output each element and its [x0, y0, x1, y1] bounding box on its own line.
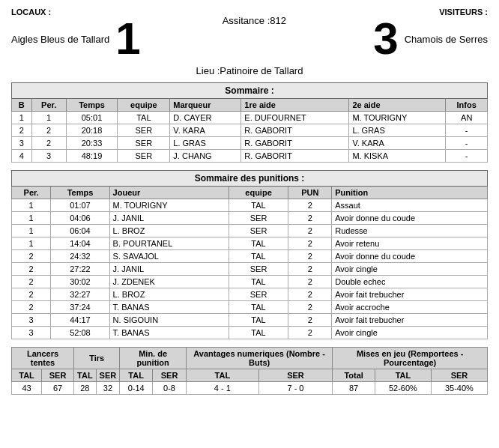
- stats-sub-header: TAL SER TAL SER TAL SER TAL SER Total TA…: [12, 369, 488, 382]
- min-pun-header: Min. de punition: [120, 348, 187, 369]
- table-row: 237:24T. BANASTAL2Avoir accroche: [12, 301, 488, 314]
- tirs-tal: 28: [74, 382, 97, 395]
- lancers-ser-h: SER: [42, 369, 74, 382]
- table-row: 104:06J. JANILSER2Avoir donne du coude: [12, 212, 488, 225]
- stats-table: Lancers tentes Tirs Min. de punition Ava…: [11, 347, 488, 395]
- visitor-team-name: Chamois de Serres: [405, 34, 488, 45]
- stats-data-row: 43 67 28 32 0-14 0-8 4 - 1 7 - 0 87 52-6…: [12, 382, 488, 395]
- punitions-table: Sommaire des punitions : Per. Temps Joue…: [11, 170, 488, 339]
- table-row: 4 3 48:19 SER J. CHANG R. GABORIT M. KIS…: [12, 150, 488, 163]
- local-team-block: LOCAUX : Aigles Bleus de Tallard 1: [11, 7, 141, 61]
- col-equipe-p: equipe: [229, 187, 288, 199]
- lancers-tal: 43: [12, 382, 42, 395]
- mises-tal-h: TAL: [375, 369, 431, 382]
- visitor-score: 3: [373, 16, 398, 61]
- col-per-p: Per.: [12, 187, 51, 199]
- av-tal: 4 - 1: [186, 382, 258, 395]
- visitor-team-block: VISITEURS : 3 Chamois de Serres: [368, 7, 488, 61]
- col-equipe: equipe: [118, 99, 170, 112]
- col-b: B: [12, 99, 32, 112]
- tirs-ser: 32: [96, 382, 120, 395]
- table-row: 2 2 20:18 SER V. KARA R. GABORIT L. GRAS…: [12, 124, 488, 137]
- stats-outer-header: Lancers tentes Tirs Min. de punition Ava…: [12, 348, 488, 369]
- punitions-title: Sommaire des punitions :: [12, 171, 488, 187]
- table-row: 114:04B. POURTANELTAL2Avoir retenu: [12, 237, 488, 250]
- lancers-header: Lancers tentes: [12, 348, 74, 369]
- center-info: Assitance :812: [141, 7, 368, 26]
- av-ser: 7 - 0: [258, 382, 333, 395]
- table-row: 230:02J. ZDENEKTAL2Double echec: [12, 276, 488, 288]
- min-ser: 0-8: [153, 382, 187, 395]
- punitions-header-row: Per. Temps Joueur equipe PUN Punition: [12, 187, 488, 199]
- lancers-ser: 67: [42, 382, 74, 395]
- lancers-tal-h: TAL: [12, 369, 42, 382]
- col-1re-aide: 1re aide: [241, 99, 349, 112]
- col-temps: Temps: [66, 99, 118, 112]
- avantages-header: Avantages numeriques (Nombre - Buts): [186, 348, 332, 369]
- min-tal: 0-14: [120, 382, 153, 395]
- table-row: 232:27L. BROZSER2Avoir fait trebucher: [12, 288, 488, 301]
- mises-total: 87: [333, 382, 375, 395]
- sommaire-title: Sommaire :: [12, 83, 488, 99]
- assistance: Assitance :812: [141, 15, 368, 26]
- table-row: 101:07M. TOURIGNYTAL2Assaut: [12, 199, 488, 212]
- min-tal-h: TAL: [120, 369, 153, 382]
- mises-tal: 52-60%: [375, 382, 431, 395]
- col-2e-aide: 2e aide: [349, 99, 446, 112]
- local-team-name: Aigles Bleus de Tallard: [11, 34, 109, 45]
- table-row: 1 1 05:01 TAL D. CAYER E. DUFOURNET M. T…: [12, 112, 488, 124]
- mises-ser-h: SER: [431, 369, 487, 382]
- mises-ser: 35-40%: [431, 382, 487, 395]
- local-score: 1: [115, 16, 140, 61]
- tirs-header: Tirs: [74, 348, 120, 369]
- mises-header: Mises en jeu (Remportees - Pourcentage): [333, 348, 488, 369]
- min-ser-h: SER: [153, 369, 187, 382]
- av-ser-h: SER: [258, 369, 333, 382]
- col-punition: Punition: [332, 187, 488, 199]
- tirs-ser-h: SER: [96, 369, 120, 382]
- col-temps-p: Temps: [51, 187, 109, 199]
- table-row: 106:04L. BROZSER2Rudesse: [12, 225, 488, 237]
- lieu: Lieu :Patinoire de Tallard: [11, 65, 488, 76]
- table-row: 3 2 20:33 SER L. GRAS R. GABORIT V. KARA…: [12, 137, 488, 150]
- table-row: 227:22J. JANILSER2Avoir cingle: [12, 263, 488, 276]
- col-infos: Infos: [446, 99, 488, 112]
- table-row: 344:17N. SIGOUINTAL2Avoir fait trebucher: [12, 314, 488, 327]
- col-pun: PUN: [288, 187, 332, 199]
- table-row: 352:08T. BANASTAL2Avoir cingle: [12, 327, 488, 339]
- col-marqueur: Marqueur: [170, 99, 241, 112]
- sommaire-table: Sommaire : B Per. Temps equipe Marqueur …: [11, 82, 488, 163]
- av-tal-h: TAL: [186, 369, 258, 382]
- table-row: 224:32S. SAVAJOLTAL2Avoir donne du coude: [12, 250, 488, 263]
- col-per: Per.: [31, 99, 66, 112]
- mises-total-h: Total: [333, 369, 375, 382]
- sommaire-header-row: B Per. Temps equipe Marqueur 1re aide 2e…: [12, 99, 488, 112]
- tirs-tal-h: TAL: [74, 369, 97, 382]
- header: LOCAUX : Aigles Bleus de Tallard 1 Assit…: [11, 7, 488, 61]
- col-joueur: Joueur: [109, 187, 229, 199]
